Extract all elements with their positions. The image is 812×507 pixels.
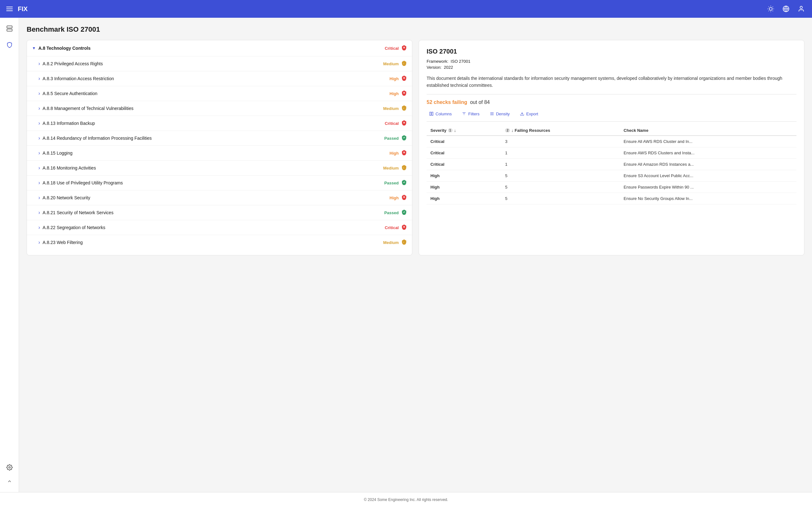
row-failing: 1 xyxy=(501,158,620,170)
content-grid: ▼ A.8 Technology Controls Critical ›A.8.… xyxy=(27,40,804,485)
row-severity: Critical xyxy=(426,158,501,170)
svg-line-4 xyxy=(773,11,773,11)
col-failing[interactable]: 2 ↓ Failing Resources xyxy=(501,125,620,135)
list-item[interactable]: ›A.8.23 Web FilteringMedium! xyxy=(27,235,412,250)
severity-badge: Medium xyxy=(383,106,399,111)
list-item[interactable]: ›A.8.15 LoggingHigh xyxy=(27,146,412,161)
severity-badge: Medium xyxy=(383,166,399,170)
filters-button[interactable]: Filters xyxy=(459,110,482,118)
chevron-right-icon: › xyxy=(38,195,40,201)
severity-badge: Passed xyxy=(384,210,399,215)
checks-table: Severity 1 ↓ 2 ↓ Failing Resources xyxy=(426,125,797,205)
status-icon xyxy=(401,179,407,186)
status-icon: ! xyxy=(401,164,407,171)
chevron-right-icon: › xyxy=(38,61,40,66)
control-item-name: A.8.15 Logging xyxy=(43,151,390,156)
controls-panel: ▼ A.8 Technology Controls Critical ›A.8.… xyxy=(27,40,412,256)
status-icon xyxy=(401,90,407,97)
sidebar-item-settings[interactable] xyxy=(4,462,15,473)
svg-text:!: ! xyxy=(403,167,404,169)
list-item[interactable]: ›A.8.22 Segregation of NetworksCritical xyxy=(27,220,412,235)
menu-button[interactable] xyxy=(6,7,13,11)
severity-badge: High xyxy=(390,195,399,200)
control-item-name: A.8.23 Web Filtering xyxy=(43,240,383,245)
chevron-right-icon: › xyxy=(38,239,40,245)
row-severity: High xyxy=(426,181,501,193)
severity-badge: Medium xyxy=(383,240,399,245)
table-row[interactable]: High5Ensure Passwords Expire Within 90 .… xyxy=(426,181,797,193)
svg-line-7 xyxy=(768,11,769,11)
detail-panel: ISO 27001 Framework: ISO 27001 Version: … xyxy=(419,40,804,256)
severity-badge: High xyxy=(390,91,399,96)
chevron-right-icon: › xyxy=(38,180,40,186)
status-icon: ! xyxy=(401,60,407,67)
filters-label: Filters xyxy=(468,112,479,116)
severity-badge: Critical xyxy=(385,121,399,126)
status-icon xyxy=(401,135,407,142)
status-icon xyxy=(401,120,407,127)
list-item[interactable]: ›A.8.8 Management of Technical Vulnerabi… xyxy=(27,101,412,116)
col-check-name[interactable]: Check Name xyxy=(620,125,797,135)
list-item[interactable]: ›A.8.14 Redundancy of Information Proces… xyxy=(27,131,412,146)
language-icon[interactable] xyxy=(781,4,791,13)
control-group-name: A.8 Technology Controls xyxy=(38,46,385,51)
svg-point-0 xyxy=(769,7,772,10)
table-row[interactable]: Critical3Ensure All AWS RDS Cluster and … xyxy=(426,135,797,147)
chevron-right-icon: › xyxy=(38,91,40,96)
table-row[interactable]: High5Ensure S3 Account Level Public Acc.… xyxy=(426,170,797,181)
table-row[interactable]: Critical1Ensure All Amazon RDS Instances… xyxy=(426,158,797,170)
density-label: Density xyxy=(496,112,510,116)
status-icon xyxy=(401,75,407,82)
detail-title: ISO 27001 xyxy=(426,48,797,55)
list-item[interactable]: ›A.8.18 Use of Privileged Utility Progra… xyxy=(27,176,412,190)
control-item-name: A.8.20 Network Security xyxy=(43,195,390,200)
version-meta: Version: 2022 xyxy=(426,65,797,70)
control-item-name: A.8.14 Redundancy of Information Process… xyxy=(43,135,384,141)
list-item[interactable]: ›A.8.16 Monitoring ActivitiesMedium! xyxy=(27,161,412,176)
severity-badge: High xyxy=(390,151,399,156)
svg-rect-36 xyxy=(432,112,433,116)
svg-point-11 xyxy=(800,6,802,9)
status-icon xyxy=(401,224,407,231)
svg-rect-12 xyxy=(7,26,12,28)
columns-button[interactable]: Columns xyxy=(426,110,454,118)
control-item-name: A.8.13 Information Backup xyxy=(43,121,385,126)
table-row[interactable]: High5Ensure No Security Groups Allow In.… xyxy=(426,193,797,204)
group-status-icon xyxy=(401,45,407,52)
list-item[interactable]: ›A.8.2 Privileged Access RightsMedium! xyxy=(27,56,412,71)
user-icon[interactable] xyxy=(797,4,806,13)
row-check-name: Ensure No Security Groups Allow In... xyxy=(620,193,797,204)
status-icon xyxy=(401,209,407,216)
list-item[interactable]: ›A.8.13 Information BackupCritical xyxy=(27,116,412,131)
list-item[interactable]: ›A.8.20 Network SecurityHigh xyxy=(27,190,412,205)
chevron-right-icon: › xyxy=(38,120,40,126)
export-button[interactable]: Export xyxy=(517,110,541,118)
control-item-name: A.8.5 Secure Authentication xyxy=(43,91,390,96)
list-item[interactable]: ›A.8.3 Information Access RestrictionHig… xyxy=(27,71,412,86)
sidebar-item-storage[interactable] xyxy=(4,23,15,34)
col-severity[interactable]: Severity 1 ↓ xyxy=(426,125,501,135)
checks-total: out of 84 xyxy=(470,100,490,105)
checks-table-body: Critical3Ensure All AWS RDS Cluster and … xyxy=(426,135,797,205)
row-check-name: Ensure S3 Account Level Public Acc... xyxy=(620,170,797,181)
chevron-right-icon: › xyxy=(38,225,40,230)
theme-toggle-icon[interactable] xyxy=(766,4,775,13)
sidebar-collapse-button[interactable] xyxy=(4,475,15,487)
list-item[interactable]: ›A.8.21 Security of Network ServicesPass… xyxy=(27,205,412,220)
svg-text:!: ! xyxy=(403,107,404,109)
table-toolbar: Columns Filters Density xyxy=(426,110,797,122)
list-item[interactable]: ›A.8.5 Secure AuthenticationHigh xyxy=(27,86,412,101)
table-row[interactable]: Critical1Ensure AWS RDS Clusters and Ins… xyxy=(426,147,797,158)
severity-badge: Medium xyxy=(383,61,399,66)
severity-badge: High xyxy=(390,76,399,81)
row-failing: 5 xyxy=(501,170,620,181)
control-item-name: A.8.18 Use of Privileged Utility Program… xyxy=(43,180,384,185)
expand-icon: ▼ xyxy=(32,46,36,50)
sidebar xyxy=(0,18,19,492)
controls-list: ›A.8.2 Privileged Access RightsMedium!›A… xyxy=(27,56,412,250)
control-group-header[interactable]: ▼ A.8 Technology Controls Critical xyxy=(27,40,412,56)
checks-failing-count: 52 checks failing xyxy=(426,100,467,105)
checks-summary: 52 checks failing out of 84 xyxy=(426,100,797,105)
sidebar-item-security[interactable] xyxy=(4,39,15,51)
density-button[interactable]: Density xyxy=(487,110,512,118)
